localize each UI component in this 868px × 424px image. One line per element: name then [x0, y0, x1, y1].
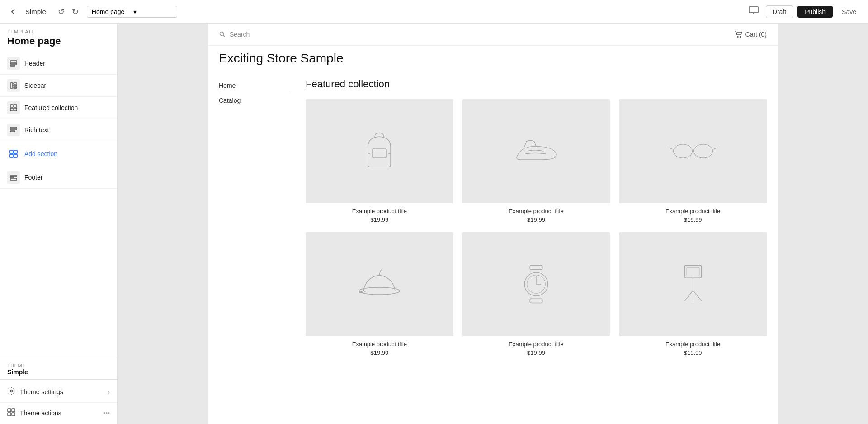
nav-item-catalog[interactable]: Catalog — [219, 93, 291, 108]
product-price-5: $19.99 — [619, 349, 767, 356]
publish-button[interactable]: Publish — [797, 6, 833, 18]
svg-rect-26 — [12, 409, 15, 412]
product-price-1: $19.99 — [462, 216, 610, 223]
products-grid: Example product title $19.99 — [306, 99, 767, 356]
svg-rect-11 — [14, 108, 17, 111]
featured-collection-visibility-button[interactable] — [94, 104, 101, 112]
topbar-actions: Draft Publish Save — [746, 5, 861, 19]
product-image-1 — [462, 99, 610, 203]
sidebar-sections-list: Header Sidebar Featured collection — [0, 49, 117, 357]
svg-point-31 — [740, 37, 741, 38]
sidebar-item-sidebar[interactable]: Sidebar — [0, 75, 117, 97]
product-image-4 — [462, 232, 610, 336]
product-image-3 — [306, 232, 453, 336]
svg-rect-0 — [749, 7, 758, 13]
svg-rect-14 — [10, 129, 17, 130]
monitor-button[interactable] — [746, 5, 761, 19]
svg-rect-21 — [10, 178, 17, 180]
sidebar-footer: THEME Simple Theme settings › — [0, 357, 117, 424]
svg-rect-5 — [14, 83, 17, 84]
svg-rect-1 — [10, 61, 17, 62]
rich-text-visibility-button[interactable] — [94, 126, 101, 134]
gear-icon — [7, 387, 15, 397]
store-branding: Exciting Store Sample — [208, 46, 778, 67]
theme-actions-button[interactable]: Theme actions ••• — [0, 403, 117, 424]
svg-point-16 — [97, 129, 99, 130]
product-card-4[interactable]: Example product title $19.99 — [462, 232, 610, 356]
product-card-1[interactable]: Example product title $19.99 — [462, 99, 610, 223]
svg-point-34 — [693, 144, 712, 158]
svg-rect-15 — [10, 131, 15, 132]
svg-rect-19 — [10, 154, 13, 157]
product-title-0: Example product title — [306, 208, 453, 214]
store-title: Exciting Store Sample — [219, 51, 767, 66]
sidebar-item-featured-collection[interactable]: Featured collection ⋮ — [0, 97, 117, 119]
redo-button[interactable]: ↻ — [69, 5, 81, 19]
store-main: Featured collection — [306, 78, 767, 356]
rich-text-label: Rich text — [24, 126, 90, 133]
svg-rect-13 — [10, 127, 17, 128]
add-section-button[interactable]: Add section — [0, 141, 117, 167]
more-dots-icon: ••• — [103, 410, 110, 417]
svg-rect-2 — [10, 63, 17, 64]
svg-rect-7 — [14, 87, 17, 88]
nav-item-home[interactable]: Home — [219, 78, 291, 93]
theme-actions-label: Theme actions — [20, 410, 99, 417]
sidebar-item-rich-text[interactable]: Rich text ⋮ — [0, 119, 117, 141]
product-price-0: $19.99 — [306, 216, 453, 223]
rich-text-icon — [7, 124, 20, 136]
svg-rect-6 — [14, 85, 17, 86]
svg-point-33 — [673, 144, 692, 158]
store-search[interactable]: Search — [219, 31, 250, 38]
draft-button[interactable]: Draft — [766, 5, 793, 18]
store-content: Home Catalog Featured collection — [208, 67, 778, 367]
product-price-2: $19.99 — [619, 216, 767, 223]
svg-point-12 — [97, 106, 99, 108]
product-card-5[interactable]: Example product title $19.99 — [619, 232, 767, 356]
sidebar-section-icon — [7, 79, 20, 92]
product-image-0 — [306, 99, 453, 203]
product-title-3: Example product title — [306, 341, 453, 348]
featured-collection-more-button[interactable]: ⋮ — [104, 104, 110, 112]
svg-point-35 — [359, 287, 400, 295]
sidebar-item-header[interactable]: Header — [0, 52, 117, 75]
product-card-0[interactable]: Example product title $19.99 — [306, 99, 453, 223]
product-image-5 — [619, 232, 767, 336]
footer-section-icon — [7, 171, 20, 184]
sidebar-template-header: TEMPLATE Home page — [0, 24, 117, 49]
svg-rect-32 — [373, 149, 386, 158]
svg-rect-28 — [12, 413, 15, 416]
sidebar-item-footer[interactable]: Footer — [0, 167, 117, 189]
footer-section-label: Footer — [24, 174, 110, 181]
svg-rect-41 — [687, 267, 699, 276]
main-layout: TEMPLATE Home page Header Sidebar — [0, 24, 868, 424]
product-card-3[interactable]: Example product title $19.99 — [306, 232, 453, 356]
product-title-2: Example product title — [619, 208, 767, 214]
product-title-1: Example product title — [462, 208, 610, 214]
product-price-3: $19.99 — [306, 349, 453, 356]
sidebar-theme-info: THEME Simple — [0, 357, 117, 377]
store-header: Search Cart (0) — [208, 24, 778, 46]
topbar: Simple ↺ ↻ Home page ▾ Draft Publish Sav… — [0, 0, 868, 24]
theme-settings-button[interactable]: Theme settings › — [0, 381, 117, 403]
cart-button[interactable]: Cart (0) — [735, 31, 767, 38]
page-select[interactable]: Home page ▾ — [87, 6, 177, 18]
svg-rect-9 — [14, 105, 17, 107]
svg-rect-3 — [10, 65, 15, 66]
header-section-icon — [7, 57, 20, 70]
chevron-right-icon: › — [108, 388, 110, 395]
svg-rect-22 — [10, 176, 17, 176]
featured-collection-icon — [7, 101, 20, 114]
product-card-2[interactable]: Example product title $19.99 — [619, 99, 767, 223]
theme-name: Simple — [25, 8, 46, 15]
divider — [0, 379, 117, 380]
page-select-value: Home page — [92, 8, 131, 15]
undo-button[interactable]: ↺ — [55, 5, 67, 19]
back-button[interactable] — [7, 5, 20, 18]
preview-area: Search Cart (0) Exciting Store Sample — [118, 24, 868, 424]
rich-text-more-button[interactable]: ⋮ — [104, 126, 110, 134]
save-button[interactable]: Save — [837, 6, 861, 18]
search-placeholder: Search — [230, 31, 250, 38]
svg-point-29 — [220, 32, 224, 36]
svg-rect-20 — [14, 154, 17, 157]
